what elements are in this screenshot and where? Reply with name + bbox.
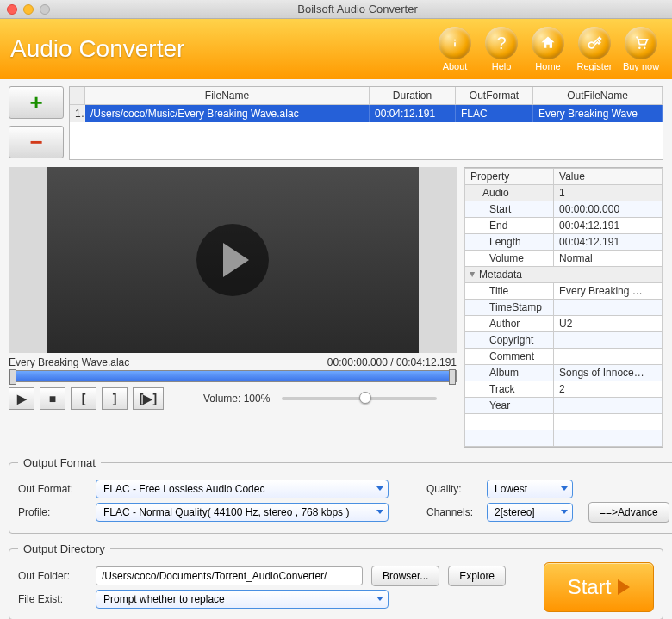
window-title: Boilsoft Audio Converter — [50, 3, 665, 15]
add-file-button[interactable]: + — [9, 86, 64, 119]
chevron-down-icon: ▸ — [467, 272, 479, 277]
volume-label: Volume: 100% — [203, 393, 270, 405]
play-selection-button[interactable]: [▶] — [133, 387, 164, 410]
mark-in-button[interactable]: [ — [71, 387, 96, 410]
key-icon — [578, 27, 611, 59]
cart-icon — [625, 27, 657, 59]
file-table-header: FileName Duration OutFormat OutFileName — [70, 87, 663, 105]
file-exist-select[interactable]: Prompt whether to replace — [96, 590, 389, 609]
svg-point-0 — [588, 42, 594, 48]
play-overlay-icon[interactable] — [196, 224, 269, 296]
current-file-label: Every Breaking Wave.alac — [9, 356, 129, 368]
explore-button[interactable]: Explore — [448, 566, 506, 586]
volume-knob[interactable] — [359, 392, 371, 404]
property-group-metadata[interactable]: ▸Metadata — [465, 267, 663, 283]
buy-now-button[interactable]: Buy now — [620, 27, 662, 71]
table-row[interactable]: 1 /Users/coco/Music/Every Breaking Wave.… — [70, 105, 663, 122]
out-format-select[interactable]: FLAC - Free Lossless Audio Codec — [96, 480, 389, 498]
about-button[interactable]: About — [434, 27, 476, 71]
info-icon — [439, 27, 471, 59]
window-minimize-button[interactable] — [23, 4, 34, 15]
stop-button[interactable]: ■ — [40, 387, 65, 410]
output-directory-group: Output Directory Out Folder: Browser... … — [9, 542, 663, 619]
timeline-end-handle[interactable] — [449, 369, 456, 385]
output-format-group: Output Format Out Format: FLAC - Free Lo… — [9, 456, 672, 534]
time-display: 00:00:00.000 / 00:04:12.191 — [327, 356, 457, 368]
advance-button[interactable]: ==>Advance — [588, 502, 669, 523]
window-close-button[interactable] — [7, 4, 17, 15]
profile-select[interactable]: FLAC - Normal Quality( 44100 Hz, stereo … — [96, 503, 389, 522]
window-maximize-button — [40, 4, 50, 15]
register-button[interactable]: Register — [574, 27, 615, 71]
app-name: Audio Converter — [10, 35, 184, 63]
properties-panel: PropertyValue Audio1 Start00:00:00.000 E… — [464, 167, 663, 448]
preview-area[interactable] — [9, 167, 457, 353]
remove-file-button[interactable]: − — [9, 126, 64, 158]
help-button[interactable]: ?Help — [481, 27, 522, 71]
titlebar: Boilsoft Audio Converter — [0, 0, 672, 19]
out-folder-input[interactable] — [96, 566, 363, 585]
browse-button[interactable]: Browser... — [371, 566, 439, 586]
svg-point-1 — [638, 47, 641, 50]
quality-select[interactable]: Lowest — [487, 480, 573, 498]
home-button[interactable]: Home — [527, 27, 569, 71]
channels-select[interactable]: 2[stereo] — [487, 503, 573, 522]
app-header: Audio Converter About ?Help Home Registe… — [0, 19, 672, 79]
volume-slider[interactable] — [282, 397, 437, 400]
file-table[interactable]: FileName Duration OutFormat OutFileName … — [69, 86, 663, 160]
start-button[interactable]: Start — [544, 562, 654, 612]
play-button[interactable]: ▶ — [9, 387, 34, 410]
property-group-audio[interactable]: Audio1 — [465, 185, 663, 201]
timeline-start-handle[interactable] — [9, 369, 16, 385]
home-icon — [532, 27, 564, 59]
svg-point-2 — [644, 47, 646, 50]
timeline-slider[interactable] — [9, 370, 457, 382]
mark-out-button[interactable]: ] — [102, 387, 128, 410]
help-icon: ? — [485, 27, 518, 59]
